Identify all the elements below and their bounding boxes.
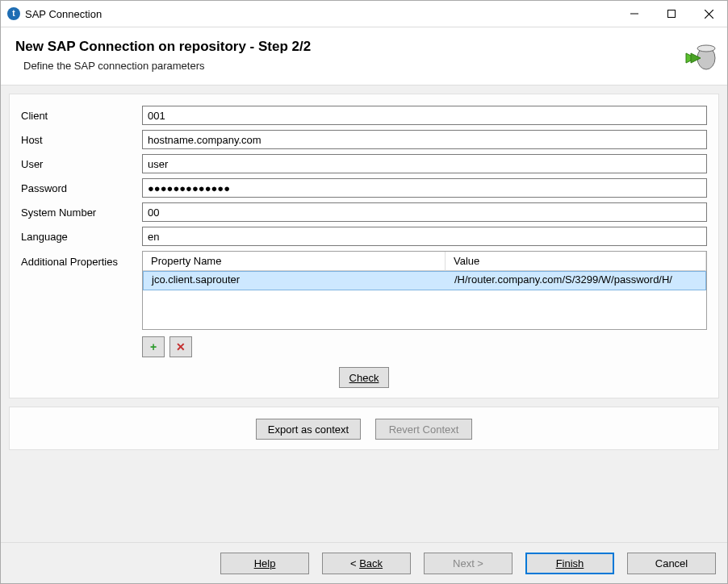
export-context-button[interactable]: Export as context [256,419,361,440]
check-button[interactable]: Check [339,367,390,388]
wizard-banner: New SAP Connection on repository - Step … [1,27,727,86]
label-additional-properties: Additional Properties [21,251,142,268]
language-input[interactable] [142,227,707,246]
password-input[interactable] [142,178,707,198]
x-icon: ✕ [176,340,186,353]
check-button-label: Check [349,372,379,384]
column-header-value[interactable]: Value [446,252,706,271]
host-input[interactable] [142,130,707,149]
column-header-name[interactable]: Property Name [143,252,446,271]
banner-title: New SAP Connection on repository - Step … [15,39,713,55]
help-button-label: Help [254,557,276,569]
add-property-button[interactable]: + [142,336,165,357]
table-row[interactable]: jco.client.saprouter /H/router.company.c… [143,271,706,290]
remove-property-button[interactable]: ✕ [169,336,192,357]
label-client: Client [21,110,142,122]
label-password: Password [21,182,142,194]
minimize-button[interactable] [616,1,653,27]
svg-rect-1 [668,10,676,18]
client-input[interactable] [142,106,707,125]
finish-button-label: Finish [556,557,584,569]
revert-context-button[interactable]: Revert Context [375,419,472,440]
svg-point-5 [697,45,715,52]
next-button-label: Next > [453,557,483,569]
properties-table[interactable]: Property Name Value jco.client.saprouter… [142,251,707,330]
wizard-footer: Help < Back Next > Finish Cancel [1,542,727,583]
close-button[interactable] [690,1,727,27]
maximize-icon [667,10,676,18]
plus-icon: + [150,340,157,353]
label-host: Host [21,134,142,146]
system-number-input[interactable] [142,202,707,222]
minimize-icon [630,10,638,18]
context-panel: Export as context Revert Context [9,407,719,450]
dialog-window: t SAP Connection New SAP Connection on r… [0,0,728,584]
next-button[interactable]: Next > [424,553,513,574]
close-icon [705,10,713,19]
back-button-label: Back [359,557,383,569]
help-button[interactable]: Help [220,553,309,574]
cell-property-value[interactable]: /H/router.company.com/S/3299/W/password/… [446,272,705,290]
user-input[interactable] [142,154,707,173]
cancel-button[interactable]: Cancel [627,553,716,574]
label-language: Language [21,231,142,243]
wizard-icon [684,42,716,74]
app-icon: t [7,7,20,20]
wizard-body: Client Host User Password System Number … [1,86,727,542]
window-title: SAP Connection [25,8,102,20]
cell-property-name[interactable]: jco.client.saprouter [144,272,446,290]
back-button[interactable]: < Back [322,553,411,574]
title-bar: t SAP Connection [1,1,727,27]
banner-subtitle: Define the SAP connection parameters [15,60,713,72]
form-panel: Client Host User Password System Number … [9,94,719,398]
additional-properties-area: Property Name Value jco.client.saprouter… [142,251,707,357]
label-sysnum: System Number [21,206,142,219]
properties-table-header: Property Name Value [143,252,706,271]
finish-button[interactable]: Finish [525,553,614,574]
label-user: User [21,158,142,170]
maximize-button[interactable] [653,1,690,27]
